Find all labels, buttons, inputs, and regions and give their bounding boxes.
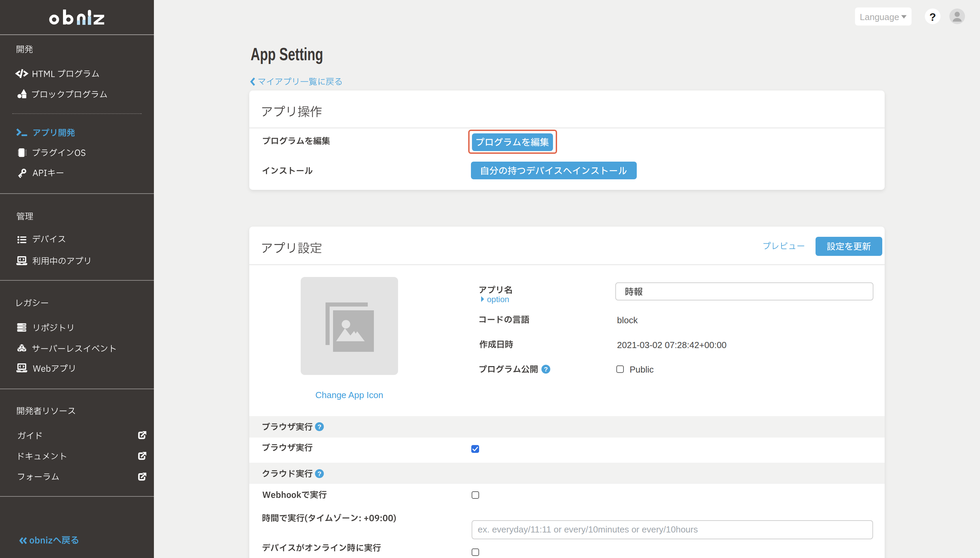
svg-text:?: ? (544, 366, 548, 373)
svg-text:?: ? (317, 470, 321, 477)
svg-text:?: ? (317, 423, 321, 430)
